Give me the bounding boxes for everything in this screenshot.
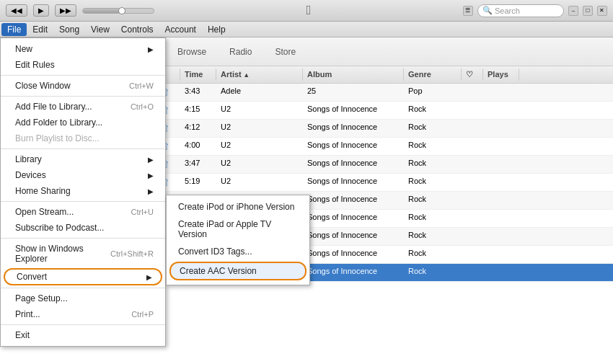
progress-bar[interactable] — [82, 8, 154, 14]
cell-artist: U2 — [216, 139, 303, 154]
menu-print[interactable]: Print... Ctrl+P — [1, 306, 165, 322]
col-time[interactable]: Time — [180, 68, 216, 81]
submenu-ipad-appletv[interactable]: Create iPad or Apple TV Version — [167, 216, 309, 243]
menu-controls[interactable]: Controls — [115, 23, 159, 36]
menu-devices-label: Devices — [15, 170, 46, 180]
cell-fav — [462, 247, 483, 262]
fastforward-button[interactable]: ▶▶ — [55, 4, 76, 17]
close-button[interactable]: ✕ — [597, 6, 607, 16]
menu-subscribe-podcast-label: Subscribe to Podcast... — [15, 223, 104, 233]
cell-fav — [462, 103, 483, 117]
menu-show-windows-explorer[interactable]: Show in Windows Explorer Ctrl+Shift+R — [1, 241, 165, 267]
menu-show-windows-explorer-shortcut: Ctrl+Shift+R — [110, 249, 154, 258]
cell-album: Songs of Innocence — [303, 211, 404, 226]
file-menu: New ▶ Edit Rules Close Window Ctrl+W Add… — [0, 37, 166, 347]
cell-plays — [483, 139, 519, 154]
cell-fav — [462, 265, 483, 280]
menu-print-label: Print... — [15, 309, 40, 319]
play-button[interactable]: ▶ — [33, 4, 49, 17]
cell-fav — [462, 175, 483, 190]
menu-new[interactable]: New ▶ — [1, 41, 165, 57]
search-placeholder: Search — [495, 6, 520, 15]
menu-view[interactable]: View — [85, 23, 115, 36]
menu-song[interactable]: Song — [53, 23, 85, 36]
cell-artist: U2 — [216, 103, 303, 117]
submenu-ipod-iphone[interactable]: Create iPod or iPhone Version — [167, 198, 309, 216]
separator-5 — [1, 238, 165, 239]
search-box[interactable]: 🔍 Search — [477, 4, 564, 17]
menu-help[interactable]: Help — [202, 23, 231, 36]
cell-plays — [483, 85, 519, 99]
cell-genre: Rock — [404, 229, 462, 244]
menu-add-file-shortcut: Ctrl+O — [131, 102, 154, 111]
menu-exit[interactable]: Exit — [1, 327, 165, 343]
cell-album: 25 — [303, 85, 404, 99]
menu-add-folder-label: Add Folder to Library... — [15, 117, 102, 128]
menu-edit-rules[interactable]: Edit Rules — [1, 57, 165, 73]
menu-home-sharing-arrow: ▶ — [148, 187, 154, 195]
convert-submenu: Create iPod or iPhone Version Create iPa… — [166, 195, 310, 285]
menu-account[interactable]: Account — [159, 23, 202, 36]
menu-devices[interactable]: Devices ▶ — [1, 167, 165, 183]
menu-burn-playlist-label: Burn Playlist to Disc... — [15, 133, 100, 143]
col-plays[interactable]: Plays — [483, 68, 519, 81]
cell-fav — [462, 157, 483, 172]
cell-fav — [462, 211, 483, 226]
separator-7 — [1, 324, 165, 325]
menu-open-stream[interactable]: Open Stream... Ctrl+U — [1, 204, 165, 220]
menu-home-sharing-label: Home Sharing — [15, 186, 71, 196]
cell-album: Songs of Innocence — [303, 265, 404, 280]
title-bar-left: ◀◀ ▶ ▶▶ — [6, 4, 154, 17]
menu-subscribe-podcast[interactable]: Subscribe to Podcast... — [1, 220, 165, 236]
cell-genre: Rock — [404, 139, 462, 154]
minimize-button[interactable]: – — [568, 6, 578, 16]
menu-convert[interactable]: Convert ▶ — [5, 270, 161, 284]
menu-add-file[interactable]: Add File to Library... Ctrl+O — [1, 99, 165, 115]
separator-4 — [1, 201, 165, 202]
menu-burn-playlist: Burn Playlist to Disc... — [1, 130, 165, 146]
menu-close-window[interactable]: Close Window Ctrl+W — [1, 78, 165, 94]
col-genre[interactable]: Genre — [404, 68, 462, 81]
title-bar-center:  — [306, 3, 312, 18]
cell-artist: U2 — [216, 157, 303, 172]
rewind-button[interactable]: ◀◀ — [6, 4, 27, 17]
cell-album: Songs of Innocence — [303, 103, 404, 117]
tab-browse[interactable]: Browse — [167, 44, 216, 60]
menu-library-arrow: ▶ — [148, 156, 154, 164]
menu-new-label: New — [15, 44, 32, 54]
menu-library-label: Library — [15, 154, 42, 164]
menu-exit-label: Exit — [15, 330, 30, 340]
menu-add-folder[interactable]: Add Folder to Library... — [1, 115, 165, 130]
cell-plays — [483, 247, 519, 262]
cell-genre: Rock — [404, 103, 462, 117]
tab-radio[interactable]: Radio — [219, 44, 262, 60]
cell-plays — [483, 157, 519, 172]
cell-plays — [483, 175, 519, 190]
submenu-convert-id3[interactable]: Convert ID3 Tags... — [167, 243, 309, 260]
cell-plays — [483, 193, 519, 208]
separator-6 — [1, 288, 165, 288]
apple-logo-icon:  — [306, 3, 312, 18]
progress-knob[interactable] — [118, 7, 125, 14]
col-fav[interactable]: ♡ — [462, 68, 483, 81]
tab-store[interactable]: Store — [265, 44, 306, 60]
menu-library[interactable]: Library ▶ — [1, 151, 165, 167]
list-view-button[interactable]: ☰ — [463, 6, 473, 16]
menu-edit[interactable]: Edit — [27, 23, 53, 36]
menu-convert-arrow: ▶ — [146, 273, 152, 281]
menu-edit-rules-label: Edit Rules — [15, 60, 55, 70]
submenu-create-aac[interactable]: Create AAC Version — [171, 263, 305, 279]
maximize-button[interactable]: □ — [583, 6, 593, 16]
cell-album: Songs of Innocence — [303, 247, 404, 262]
cell-album: Songs of Innocence — [303, 121, 404, 136]
menu-page-setup-label: Page Setup... — [15, 293, 68, 303]
menu-home-sharing[interactable]: Home Sharing ▶ — [1, 183, 165, 199]
menu-devices-arrow: ▶ — [148, 172, 154, 179]
cell-genre: Rock — [404, 211, 462, 226]
menu-page-setup[interactable]: Page Setup... — [1, 290, 165, 306]
menu-file[interactable]: File — [1, 23, 27, 36]
cell-time: 3:43 — [180, 85, 216, 99]
cell-fav — [462, 85, 483, 99]
col-artist[interactable]: Artist — [216, 68, 303, 81]
col-album[interactable]: Album — [303, 68, 404, 81]
